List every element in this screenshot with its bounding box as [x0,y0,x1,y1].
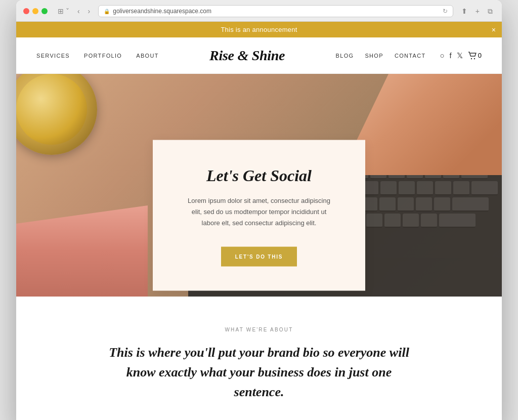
coffee-cup-decoration [16,74,97,155]
announcement-bar: This is an announcement × [16,22,502,37]
nav-link-services[interactable]: SERVICES [36,53,70,59]
svg-point-1 [474,58,475,59]
facebook-icon[interactable]: f [450,51,452,60]
svg-point-0 [471,58,472,59]
nav-link-blog[interactable]: BLOG [336,53,354,59]
cart-icon[interactable]: 0 [468,52,482,60]
url-display: goliverseandshine.squarespace.com [113,8,211,15]
traffic-lights [23,8,48,14]
instagram-icon[interactable]: ○ [440,51,445,60]
address-bar[interactable]: 🔒 goliverseandshine.squarespace.com ↻ [98,5,453,17]
main-nav: SERVICES PORTFOLIO ABOUT Rise & Shine BL… [16,37,502,74]
share-button[interactable]: ⬆ [459,6,469,16]
refresh-icon[interactable]: ↻ [443,8,448,15]
about-title: This is where you'll put your brand bio … [107,343,411,402]
social-card-title: Let's Get Social [183,166,335,185]
browser-chrome: ⊞ ˅ ‹ › 🔒 goliverseandshine.squarespace.… [16,0,502,22]
about-section: WHAT WE'RE ABOUT This is where you'll pu… [16,297,502,420]
site-logo[interactable]: Rise & Shine [209,48,285,64]
window-layout-button[interactable]: ⊞ ˅ [56,6,71,16]
close-button[interactable] [23,8,29,14]
forward-button[interactable]: › [86,6,93,16]
pink-cloth-decoration [16,205,148,297]
social-card: Let's Get Social Lorem ipsum dolor sit a… [153,140,365,291]
browser-actions: ⬆ + ⧉ [459,6,495,17]
cart-count: 0 [478,52,482,59]
lock-icon: 🔒 [104,9,110,14]
about-label: WHAT WE'RE ABOUT [57,327,461,332]
fullscreen-button[interactable] [41,8,48,14]
nav-link-shop[interactable]: SHOP [365,53,383,59]
nav-left: SERVICES PORTFOLIO ABOUT [36,53,159,59]
hero-section: Let's Get Social Lorem ipsum dolor sit a… [16,74,502,297]
social-card-body: Lorem ipsum dolor sit amet, consectur ad… [183,195,335,229]
nav-link-portfolio[interactable]: PORTFOLIO [84,53,122,59]
new-tab-button[interactable]: + [473,6,482,16]
minimize-button[interactable] [32,8,38,14]
announcement-close-button[interactable]: × [492,26,496,34]
browser-window: ⊞ ˅ ‹ › 🔒 goliverseandshine.squarespace.… [16,0,502,420]
nav-right: BLOG SHOP CONTACT ○ f 𝕏 0 [336,51,482,60]
back-button[interactable]: ‹ [75,6,82,16]
announcement-text: This is an announcement [221,26,297,33]
nav-link-contact[interactable]: CONTACT [395,53,426,59]
twitter-icon[interactable]: 𝕏 [457,51,463,60]
browser-controls: ⊞ ˅ ‹ › [56,6,92,16]
lets-do-this-button[interactable]: LET'S DO THIS [221,247,297,267]
windows-button[interactable]: ⧉ [486,6,495,17]
nav-link-about[interactable]: ABOUT [136,53,159,59]
social-icons: ○ f 𝕏 0 [440,51,482,60]
